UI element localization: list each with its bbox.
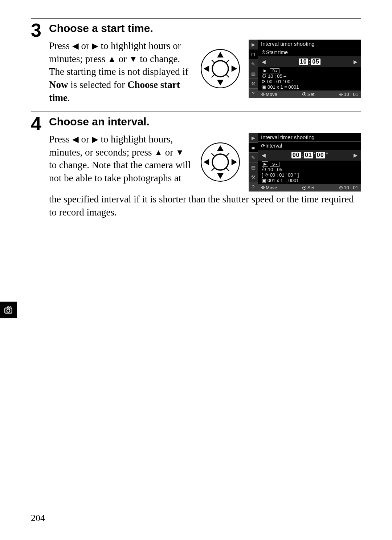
svg-marker-15 xyxy=(232,159,237,165)
chevron-left-icon: ◀ xyxy=(262,59,266,65)
minutes-value: 01 xyxy=(304,152,313,158)
clock-icon: ⊕ xyxy=(339,92,343,97)
seconds-value: 00 xyxy=(316,152,325,158)
step-number: 3 xyxy=(31,19,49,40)
hours-value: 10 xyxy=(299,59,308,65)
camera-screen-start-time: ▶ ◻ ✎ ▤ ⚒ ? Interval timer shooting ⏱Sta… xyxy=(249,40,361,98)
svg-line-8 xyxy=(212,74,215,77)
step-4: 4 Choose an interval. Press ◀ or ▶ to hi… xyxy=(31,112,361,192)
side-icon: ✎ xyxy=(249,153,258,162)
svg-marker-5 xyxy=(232,65,237,72)
svg-marker-14 xyxy=(204,159,209,165)
svg-line-7 xyxy=(226,60,229,63)
svg-line-16 xyxy=(212,153,215,157)
lcd-title: Interval timer shooting xyxy=(258,133,361,142)
step-title: Choose a start time. xyxy=(49,22,361,35)
side-icon: ? xyxy=(249,89,258,98)
svg-marker-12 xyxy=(217,145,224,151)
dpad-icon: ✥ xyxy=(261,92,265,97)
side-icon: ▶ xyxy=(249,40,258,49)
step-body: Choose a start time. Press ◀ or ▶ to hig… xyxy=(49,19,361,104)
svg-marker-2 xyxy=(217,52,224,57)
step-3: 3 Choose a start time. Press ◀ or ▶ to h… xyxy=(31,19,361,104)
svg-line-6 xyxy=(212,60,215,63)
side-icon: ◙ xyxy=(249,143,258,153)
side-icon: ⚒ xyxy=(249,172,258,182)
camera-screen-interval: ▶ ◙ ✎ ▤ ⚒ ? Interval timer shooting ⟳Int… xyxy=(249,133,361,192)
lcd-value-row: ◀ 00 : 01 ' 00 " ▶ xyxy=(258,150,361,161)
clock-icon: ⊕ xyxy=(339,185,343,190)
svg-marker-3 xyxy=(217,80,224,85)
step-text: Press ◀ or ▶ to highlight hours, minutes… xyxy=(49,133,192,185)
triangle-left-icon: ◀ xyxy=(72,41,79,52)
lcd-info: ▶⏲▶ ⏱10 : 05 – [⟳00 : 01 ' 00 "] ▣001 x … xyxy=(258,161,361,184)
step-title: Choose an interval. xyxy=(49,116,361,128)
triangle-left-icon: ◀ xyxy=(72,134,79,145)
svg-line-19 xyxy=(226,168,229,171)
lcd-subtitle: ⏱Start time xyxy=(258,48,361,56)
triangle-down-icon: ▼ xyxy=(176,147,184,158)
svg-point-21 xyxy=(7,309,10,312)
page-number: 204 xyxy=(31,513,45,524)
dpad-icon xyxy=(200,142,240,182)
side-icon: ▤ xyxy=(249,162,258,172)
lcd-info: ▶⏲▶ ⏱10 : 05 – ⟳00 : 01 ' 00 " ▣001 x 1 … xyxy=(258,67,361,90)
lcd-footer: ✥Move ⦿Set ⊕10 : 01 xyxy=(258,90,361,98)
dpad-illustration xyxy=(199,133,242,182)
section-tab-icon xyxy=(0,302,17,318)
ok-icon: ⦿ xyxy=(302,92,307,97)
minutes-value: 05 xyxy=(311,59,320,65)
step-4-continuation: the specified interval if it is shorter … xyxy=(49,193,361,219)
side-icon: ▶ xyxy=(249,133,258,143)
step-body: Choose an interval. Press ◀ or ▶ to high… xyxy=(49,112,361,192)
dpad-illustration xyxy=(199,40,242,89)
side-icon: ✎ xyxy=(249,59,258,69)
triangle-down-icon: ▼ xyxy=(129,54,138,65)
ok-icon: ⦿ xyxy=(302,185,307,190)
lcd-side-icons: ▶ ◻ ✎ ▤ ⚒ ? xyxy=(249,40,258,98)
triangle-up-icon: ▲ xyxy=(154,147,163,158)
lcd-footer: ✥Move ⦿Set ⊕10 : 01 xyxy=(258,184,361,192)
dpad-icon: ✥ xyxy=(261,185,265,190)
lcd-side-icons: ▶ ◙ ✎ ▤ ⚒ ? xyxy=(249,133,258,192)
svg-marker-13 xyxy=(217,173,224,179)
chevron-right-icon: ▶ xyxy=(354,152,358,158)
side-icon: ⚒ xyxy=(249,79,258,89)
lcd-subtitle: ⟳Interval xyxy=(258,142,361,150)
svg-marker-4 xyxy=(204,65,209,72)
step-text: Press ◀ or ▶ to highlight hours or minut… xyxy=(49,40,192,104)
lcd-title: Interval timer shooting xyxy=(258,40,361,48)
chevron-right-icon: ▶ xyxy=(354,59,358,65)
svg-line-18 xyxy=(212,168,215,171)
svg-line-17 xyxy=(226,153,229,157)
triangle-right-icon: ▶ xyxy=(92,41,98,52)
chevron-left-icon: ◀ xyxy=(262,152,266,158)
triangle-right-icon: ▶ xyxy=(92,134,98,145)
svg-line-9 xyxy=(226,74,229,77)
side-icon: ◻ xyxy=(249,49,258,59)
triangle-up-icon: ▲ xyxy=(108,54,116,65)
step-number: 4 xyxy=(31,112,49,133)
lcd-value-row: ◀ 10 : 05 ▶ xyxy=(258,56,361,67)
hours-value: 00 xyxy=(291,152,301,158)
side-icon: ▤ xyxy=(249,69,258,79)
side-icon: ? xyxy=(249,182,258,192)
dpad-icon xyxy=(200,49,240,89)
